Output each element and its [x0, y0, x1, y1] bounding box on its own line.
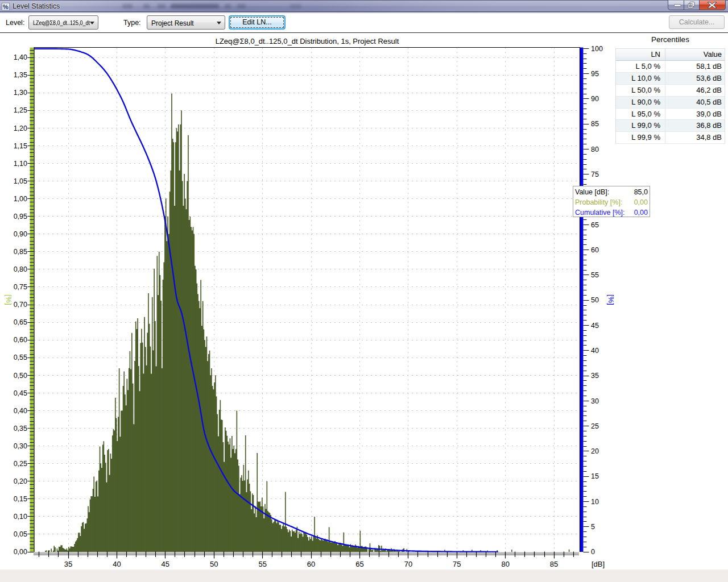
svg-text:95: 95: [591, 70, 599, 78]
svg-text:Probability [%]:: Probability [%]:: [575, 198, 622, 206]
svg-text:Cumulative [%]:: Cumulative [%]:: [575, 209, 625, 217]
svg-text:0,30: 0,30: [14, 442, 27, 450]
svg-text:85: 85: [550, 560, 558, 568]
svg-text:1,40: 1,40: [14, 53, 27, 61]
svg-text:0,45: 0,45: [14, 389, 27, 397]
svg-text:0,05: 0,05: [14, 530, 27, 538]
svg-text:0,65: 0,65: [14, 318, 27, 326]
svg-text:0,50: 0,50: [14, 372, 27, 380]
svg-text:0: 0: [591, 548, 595, 556]
svg-text:0,70: 0,70: [14, 301, 27, 309]
svg-text:90: 90: [591, 95, 599, 103]
svg-text:60: 60: [307, 560, 315, 568]
svg-text:65: 65: [591, 221, 599, 229]
svg-text:0,85: 0,85: [14, 248, 27, 256]
svg-text:1,20: 1,20: [14, 124, 27, 132]
svg-text:50: 50: [210, 560, 218, 568]
svg-text:1,10: 1,10: [14, 160, 27, 168]
svg-text:35: 35: [64, 560, 72, 568]
svg-text:0,90: 0,90: [14, 230, 27, 238]
svg-text:40: 40: [113, 560, 121, 568]
svg-text:[%]: [%]: [607, 294, 615, 305]
svg-text:20: 20: [591, 447, 599, 455]
svg-text:45: 45: [162, 560, 169, 568]
svg-text:75: 75: [453, 560, 461, 568]
svg-text:80: 80: [501, 560, 509, 568]
svg-text:85,0: 85,0: [634, 188, 648, 196]
svg-text:1,30: 1,30: [14, 89, 27, 97]
svg-text:85: 85: [591, 120, 599, 128]
svg-text:100: 100: [591, 45, 603, 53]
svg-text:50: 50: [591, 296, 599, 304]
svg-text:0,35: 0,35: [14, 425, 27, 433]
svg-text:10: 10: [591, 498, 599, 506]
svg-text:45: 45: [591, 322, 599, 330]
svg-text:0,60: 0,60: [14, 336, 27, 344]
svg-text:75: 75: [591, 171, 599, 178]
svg-text:1,35: 1,35: [14, 71, 27, 79]
svg-text:[%]: [%]: [5, 294, 13, 305]
svg-text:[dB]: [dB]: [592, 560, 605, 568]
svg-text:55: 55: [258, 560, 266, 568]
svg-text:0,75: 0,75: [14, 283, 27, 291]
svg-text:60: 60: [591, 246, 599, 254]
svg-text:55: 55: [591, 271, 599, 279]
svg-text:30: 30: [591, 397, 599, 405]
svg-text:0,80: 0,80: [14, 265, 27, 273]
svg-text:40: 40: [591, 347, 599, 355]
svg-text:15: 15: [591, 472, 599, 480]
svg-text:0,00: 0,00: [634, 209, 648, 217]
svg-text:0,00: 0,00: [14, 548, 27, 556]
svg-text:5: 5: [591, 523, 595, 531]
svg-text:0,10: 0,10: [14, 513, 27, 521]
svg-text:0,15: 0,15: [14, 495, 27, 503]
svg-text:0,00: 0,00: [634, 198, 648, 206]
svg-text:0,20: 0,20: [14, 477, 27, 485]
svg-text:1,15: 1,15: [14, 142, 27, 150]
svg-text:0,25: 0,25: [14, 460, 27, 468]
svg-text:1,05: 1,05: [14, 177, 27, 185]
svg-text:0,40: 0,40: [14, 407, 27, 415]
svg-text:80: 80: [591, 146, 599, 153]
svg-text:65: 65: [355, 560, 363, 568]
svg-text:25: 25: [591, 422, 599, 430]
svg-text:1,25: 1,25: [14, 106, 27, 114]
svg-text:1,00: 1,00: [14, 195, 27, 203]
svg-text:0,55: 0,55: [14, 354, 27, 361]
svg-text:35: 35: [591, 372, 599, 380]
svg-text:Value [dB]:: Value [dB]:: [575, 188, 609, 196]
svg-text:0,95: 0,95: [14, 213, 27, 221]
svg-text:LZeq@Σ8,0_dt..125,0_dt Distrib: LZeq@Σ8,0_dt..125,0_dt Distribution, 1s,…: [216, 37, 399, 45]
svg-text:70: 70: [404, 560, 412, 568]
